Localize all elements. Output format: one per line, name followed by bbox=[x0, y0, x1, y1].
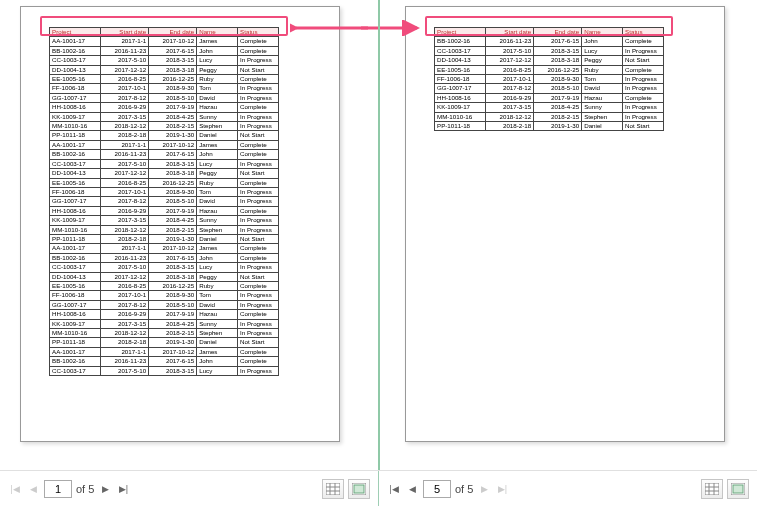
table-row: BB-1002-162016-11-232017-6-15JohnComplet… bbox=[435, 37, 664, 46]
table-cell: 2018-4-25 bbox=[149, 112, 197, 121]
table-cell: 2017-5-10 bbox=[101, 263, 149, 272]
table-row: AA-1001-172017-1-12017-10-12JamesComplet… bbox=[50, 244, 279, 253]
last-page-button[interactable]: ▶| bbox=[495, 482, 509, 496]
table-cell: 2017-5-10 bbox=[101, 366, 149, 375]
table-cell: Complete bbox=[238, 253, 279, 262]
table-cell: Peggy bbox=[582, 56, 623, 65]
table-row: PP-1011-182018-2-182019-1-30DanielNot St… bbox=[50, 131, 279, 140]
table-cell: 2018-5-10 bbox=[149, 300, 197, 309]
table-cell: Lucy bbox=[197, 263, 238, 272]
table-cell: 2018-2-18 bbox=[486, 122, 534, 131]
table-row: DD-1004-132017-12-122018-3-18PeggyNot St… bbox=[435, 56, 664, 65]
table-row: EE-1005-162016-8-252016-12-25RubyComplet… bbox=[435, 65, 664, 74]
table-cell: Stephen bbox=[582, 112, 623, 121]
page-input-right[interactable] bbox=[423, 480, 451, 498]
table-cell: Hazau bbox=[197, 310, 238, 319]
pane-divider bbox=[378, 0, 380, 470]
table-cell: 2017-6-15 bbox=[149, 253, 197, 262]
table-cell: 2016-8-25 bbox=[101, 75, 149, 84]
view-mode-grid-button[interactable] bbox=[701, 479, 723, 499]
table-cell: Complete bbox=[238, 310, 279, 319]
table-cell: AA-1001-17 bbox=[50, 37, 101, 46]
table-cell: 2019-1-30 bbox=[149, 234, 197, 243]
table-cell: AA-1001-17 bbox=[50, 140, 101, 149]
table-cell: Daniel bbox=[582, 122, 623, 131]
page-total-label: of 5 bbox=[76, 483, 94, 495]
table-cell: Complete bbox=[238, 357, 279, 366]
table-cell: 2018-5-10 bbox=[534, 84, 582, 93]
table-cell: GG-1007-17 bbox=[50, 300, 101, 309]
table-cell: MM-1010-16 bbox=[50, 225, 101, 234]
table-cell: 2018-4-25 bbox=[534, 103, 582, 112]
table-cell: 2017-8-12 bbox=[486, 84, 534, 93]
table-cell: Daniel bbox=[197, 338, 238, 347]
table-cell: Complete bbox=[238, 75, 279, 84]
table-cell: EE-1005-16 bbox=[50, 178, 101, 187]
table-row: KK-1009-172017-3-152018-4-25SunnyIn Prog… bbox=[435, 103, 664, 112]
table-cell: 2018-3-18 bbox=[149, 65, 197, 74]
view-mode-page-button[interactable] bbox=[348, 479, 370, 499]
table-cell: Stephen bbox=[197, 122, 238, 131]
first-page-button[interactable]: |◀ bbox=[387, 482, 401, 496]
table-cell: Daniel bbox=[197, 234, 238, 243]
data-table-right: ProjectStart dateEnd dateNameStatus BB-1… bbox=[434, 27, 664, 131]
prev-page-button[interactable]: ◀ bbox=[26, 482, 40, 496]
table-cell: PP-1011-18 bbox=[50, 338, 101, 347]
table-cell: Complete bbox=[623, 65, 664, 74]
last-page-button[interactable]: ▶| bbox=[116, 482, 130, 496]
next-page-button[interactable]: ▶ bbox=[477, 482, 491, 496]
svg-rect-2 bbox=[326, 483, 340, 495]
table-cell: EE-1005-16 bbox=[50, 75, 101, 84]
footer-right: |◀ ◀ of 5 ▶ ▶| bbox=[379, 471, 757, 506]
view-mode-grid-button[interactable] bbox=[322, 479, 344, 499]
view-mode-page-button[interactable] bbox=[727, 479, 749, 499]
table-header: Project bbox=[50, 28, 101, 37]
table-cell: 2016-11-23 bbox=[101, 150, 149, 159]
table-cell: GG-1007-17 bbox=[50, 197, 101, 206]
table-cell: GG-1007-17 bbox=[50, 93, 101, 102]
table-cell: 2018-4-25 bbox=[149, 216, 197, 225]
table-row: FF-1006-182017-10-12018-9-30TomIn Progre… bbox=[50, 84, 279, 93]
table-cell: 2018-12-12 bbox=[486, 112, 534, 121]
table-cell: Complete bbox=[238, 150, 279, 159]
table-cell: 2018-2-15 bbox=[149, 329, 197, 338]
table-cell: 2017-10-1 bbox=[101, 291, 149, 300]
table-cell: 2018-12-12 bbox=[101, 122, 149, 131]
table-cell: 2017-3-15 bbox=[101, 319, 149, 328]
table-cell: 2016-12-25 bbox=[534, 65, 582, 74]
first-page-button[interactable]: |◀ bbox=[8, 482, 22, 496]
table-cell: 2017-1-1 bbox=[101, 244, 149, 253]
table-cell: James bbox=[197, 244, 238, 253]
table-cell: 2017-1-1 bbox=[101, 347, 149, 356]
table-cell: 2017-5-10 bbox=[101, 56, 149, 65]
table-cell: Complete bbox=[623, 37, 664, 46]
table-cell: 2018-3-15 bbox=[149, 366, 197, 375]
table-cell: 2016-11-23 bbox=[101, 46, 149, 55]
table-cell: In Progress bbox=[238, 93, 279, 102]
table-cell: 2017-10-1 bbox=[486, 75, 534, 84]
page-input-left[interactable] bbox=[44, 480, 72, 498]
table-row: KK-1009-172017-3-152018-4-25SunnyIn Prog… bbox=[50, 216, 279, 225]
table-cell: 2016-9-29 bbox=[101, 103, 149, 112]
table-cell: 2018-2-15 bbox=[534, 112, 582, 121]
table-row: MM-1010-162018-12-122018-2-15StephenIn P… bbox=[50, 329, 279, 338]
table-row: FF-1006-182017-10-12018-9-30TomIn Progre… bbox=[50, 187, 279, 196]
table-cell: In Progress bbox=[238, 159, 279, 168]
table-cell: 2017-9-19 bbox=[149, 206, 197, 215]
table-row: AA-1001-172017-1-12017-10-12JamesComplet… bbox=[50, 37, 279, 46]
table-row: FF-1006-182017-10-12018-9-30TomIn Progre… bbox=[50, 291, 279, 300]
table-row: CC-1003-172017-5-102018-3-15LucyIn Progr… bbox=[50, 56, 279, 65]
table-cell: CC-1003-17 bbox=[50, 366, 101, 375]
table-cell: 2016-12-25 bbox=[149, 178, 197, 187]
table-cell: Complete bbox=[238, 244, 279, 253]
prev-page-button[interactable]: ◀ bbox=[405, 482, 419, 496]
table-cell: In Progress bbox=[238, 216, 279, 225]
table-cell: 2017-10-12 bbox=[149, 347, 197, 356]
next-page-button[interactable]: ▶ bbox=[98, 482, 112, 496]
table-cell: Complete bbox=[238, 46, 279, 55]
page-1: ProjectStart dateEnd dateNameStatus AA-1… bbox=[20, 6, 340, 442]
table-cell: Peggy bbox=[197, 65, 238, 74]
table-header: Status bbox=[623, 28, 664, 37]
table-cell: DD-1004-13 bbox=[50, 169, 101, 178]
table-row: CC-1003-172017-5-102018-3-15LucyIn Progr… bbox=[50, 263, 279, 272]
